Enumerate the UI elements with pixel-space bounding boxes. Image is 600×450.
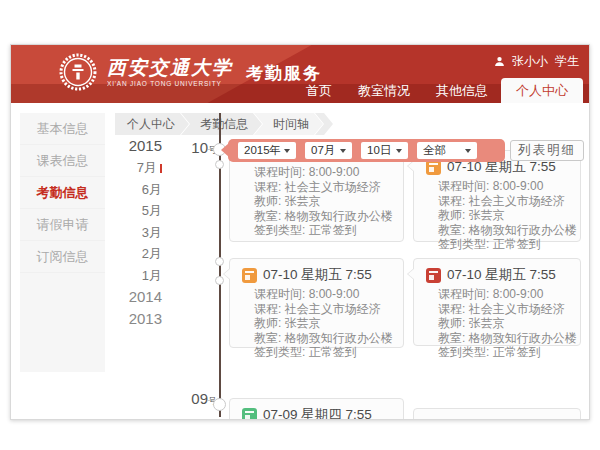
category-select[interactable]: 全部 xyxy=(417,142,477,159)
user-role: 学生 xyxy=(555,53,579,70)
scale-year-2015[interactable]: 2015 xyxy=(71,135,162,157)
day-select[interactable]: 10日 xyxy=(361,142,408,159)
scale-month-1[interactable]: 1月 xyxy=(71,265,162,287)
nav-classrooms[interactable]: 教室情况 xyxy=(345,78,423,103)
card-signin-type: 签到类型: 正常签到 xyxy=(254,345,397,360)
timeline-node-day09[interactable] xyxy=(213,398,226,411)
card-signin-type: 签到类型: 正常签到 xyxy=(254,223,397,238)
breadcrumb-attendance-info[interactable]: 考勤信息 xyxy=(181,113,262,135)
nav-other-info[interactable]: 其他信息 xyxy=(423,78,501,103)
university-name-en: XI'AN JIAO TONG UNIVERSITY xyxy=(107,80,233,87)
user-name: 张小小 xyxy=(512,53,548,70)
person-icon xyxy=(494,56,505,67)
page: 西安交通大学 XI'AN JIAO TONG UNIVERSITY 考勤服务 张… xyxy=(0,0,600,450)
attendance-card[interactable]: 07-10 星期五 7:55 课程时间: 8:00-9:00 课程: 社会主义市… xyxy=(229,258,404,348)
caret-down-icon xyxy=(340,149,346,153)
card-course: 课程: 社会主义市场经济 xyxy=(438,194,574,209)
attendance-card[interactable]: 课程时间: 8:00-9:00 课程: 社会主义市场经济 教师: 张芸京 教室:… xyxy=(229,150,404,242)
day-marker-09[interactable]: 09号 xyxy=(171,390,217,408)
card-course-time: 课程时间: 8:00-9:00 xyxy=(438,179,574,194)
attendance-card[interactable]: 07-09 星期四 7:55 xyxy=(229,398,404,420)
card-signin-type: 签到类型: 正常签到 xyxy=(438,345,574,360)
caret-down-icon xyxy=(284,149,290,153)
card-title: 07-10 星期五 7:55 xyxy=(447,266,556,284)
card-signin-type: 签到类型: 正常签到 xyxy=(438,237,574,252)
university-name: 西安交通大学 XI'AN JIAO TONG UNIVERSITY xyxy=(107,57,233,87)
current-month-tick xyxy=(160,164,162,173)
scale-month-5[interactable]: 5月 xyxy=(71,200,162,222)
main-nav: 首页 教室情况 其他信息 个人中心 xyxy=(293,78,583,103)
calendar-icon xyxy=(242,268,257,283)
calendar-icon xyxy=(242,408,257,421)
timeline-node xyxy=(215,257,224,266)
day-marker-10[interactable]: 10号 xyxy=(171,139,217,157)
card-course: 课程: 社会主义市场经济 xyxy=(438,302,574,317)
timeline-node xyxy=(215,160,224,169)
card-course: 课程: 社会主义市场经济 xyxy=(254,302,397,317)
caret-down-icon xyxy=(396,149,402,153)
scale-month-3[interactable]: 3月 xyxy=(71,222,162,244)
month-select[interactable]: 07月 xyxy=(305,142,352,159)
list-detail-button[interactable]: 列表明细 xyxy=(510,140,584,161)
attendance-card[interactable] xyxy=(413,408,581,420)
card-title: 07-09 星期四 7:55 xyxy=(263,406,372,420)
card-classroom: 教室: 格物致知行政办公楼 xyxy=(254,331,397,346)
nav-home[interactable]: 首页 xyxy=(293,78,345,103)
breadcrumb-timeline[interactable]: 时间轴 xyxy=(254,113,323,135)
attendance-card[interactable]: 07-10 星期五 7:55 课程时间: 8:00-9:00 课程: 社会主义市… xyxy=(413,150,581,242)
card-classroom: 教室: 格物致知行政办公楼 xyxy=(254,209,397,224)
card-course-time: 课程时间: 8:00-9:00 xyxy=(438,287,574,302)
timeline-scale: 2015 7月 6月 5月 3月 2月 1月 2014 2013 xyxy=(71,135,162,330)
scale-month-6[interactable]: 6月 xyxy=(71,179,162,201)
nav-personal-center[interactable]: 个人中心 xyxy=(501,78,583,103)
university-name-cn: 西安交通大学 xyxy=(107,57,233,79)
card-classroom: 教室: 格物致知行政办公楼 xyxy=(438,331,574,346)
card-course-time: 课程时间: 8:00-9:00 xyxy=(254,287,397,302)
card-course: 课程: 社会主义市场经济 xyxy=(254,180,397,195)
card-course-time: 课程时间: 8:00-9:00 xyxy=(254,165,397,180)
user-menu[interactable]: 张小小 学生 xyxy=(494,53,579,70)
attendance-card[interactable]: 07-10 星期五 7:55 课程时间: 8:00-9:00 课程: 社会主义市… xyxy=(413,258,581,346)
calendar-icon xyxy=(426,268,441,283)
app-window: 西安交通大学 XI'AN JIAO TONG UNIVERSITY 考勤服务 张… xyxy=(10,44,590,420)
date-filter-bar: 2015年 07月 10日 全部 xyxy=(228,139,505,162)
brand: 西安交通大学 XI'AN JIAO TONG UNIVERSITY 考勤服务 xyxy=(58,52,322,92)
card-teacher: 教师: 张芸京 xyxy=(254,316,397,331)
card-title: 07-10 星期五 7:55 xyxy=(263,266,372,284)
year-select[interactable]: 2015年 xyxy=(238,142,296,159)
scale-year-2014[interactable]: 2014 xyxy=(71,286,162,308)
breadcrumb: 个人中心 考勤信息 时间轴 xyxy=(115,113,333,135)
university-seal-icon xyxy=(58,52,98,92)
card-teacher: 教师: 张芸京 xyxy=(438,208,574,223)
scale-month-7[interactable]: 7月 xyxy=(71,157,162,179)
caret-down-icon xyxy=(465,149,471,153)
card-classroom: 教室: 格物致知行政办公楼 xyxy=(438,223,574,238)
app-header: 西安交通大学 XI'AN JIAO TONG UNIVERSITY 考勤服务 张… xyxy=(11,45,589,103)
card-teacher: 教师: 张芸京 xyxy=(254,194,397,209)
card-teacher: 教师: 张芸京 xyxy=(438,316,574,331)
breadcrumb-personal-center[interactable]: 个人中心 xyxy=(115,113,189,135)
scale-year-2013[interactable]: 2013 xyxy=(71,308,162,330)
scale-month-2[interactable]: 2月 xyxy=(71,243,162,265)
